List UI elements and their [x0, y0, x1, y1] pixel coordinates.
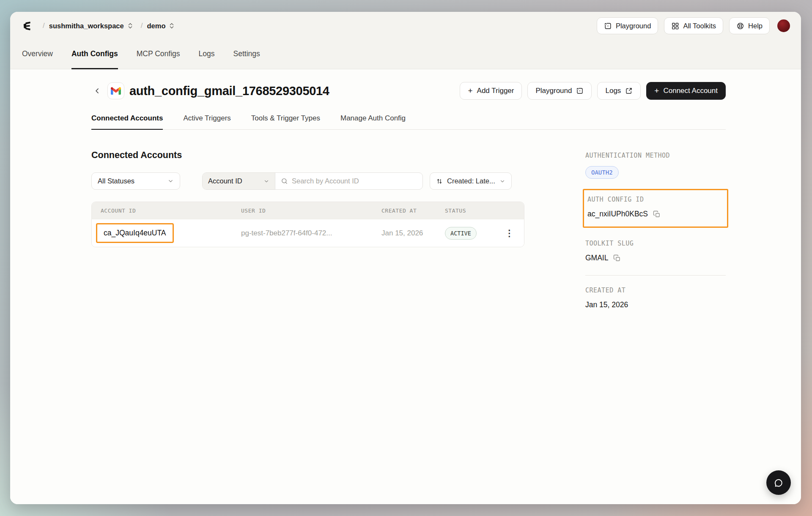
add-trigger-label: Add Trigger: [477, 87, 514, 95]
table-header: ACCOUNT ID USER ID CREATED AT STATUS: [92, 202, 524, 219]
plus-icon: +: [654, 86, 659, 96]
status-filter-value: All Statuses: [98, 177, 134, 185]
playground-button-label: Playground: [616, 22, 651, 30]
chat-bubble-icon: [773, 477, 784, 488]
filters-row: All Statuses Account ID: [91, 172, 524, 190]
breadcrumb-slash: /: [141, 22, 143, 30]
page-actions: + Add Trigger Playground: [460, 82, 726, 100]
subtab-tools-trigger-types[interactable]: Tools & Trigger Types: [251, 114, 320, 130]
breadcrumb-slash: /: [43, 22, 45, 30]
playground-icon: [604, 22, 612, 30]
account-id-highlighted[interactable]: ca_JQauIq4euUTA: [96, 223, 174, 243]
back-button[interactable]: [91, 85, 103, 97]
col-user-id: USER ID: [232, 207, 373, 214]
help-button[interactable]: Help: [729, 17, 770, 34]
connected-accounts-table: ACCOUNT ID USER ID CREATED AT STATUS ca_…: [91, 202, 524, 247]
auth-config-id-value: ac_nxiIUPh0KBcS: [587, 210, 648, 218]
chevron-down-icon: [167, 178, 174, 184]
logs-button[interactable]: Logs: [597, 82, 641, 100]
connect-account-label: Connect Account: [663, 87, 718, 95]
breadcrumb-workspace[interactable]: sushmitha_workspace: [49, 22, 124, 30]
details-panel: AUTHENTICATION METHOD OAUTH2 AUTH CONFIG…: [585, 150, 726, 309]
tab-mcp-configs[interactable]: MCP Configs: [137, 40, 180, 69]
search-category-value: Account ID: [208, 177, 242, 185]
copy-icon[interactable]: [613, 254, 621, 262]
table-row[interactable]: ca_JQauIq4euUTA pg-test-7beb277f-64f0-47…: [92, 219, 524, 247]
search-input[interactable]: [292, 177, 417, 185]
chevron-down-icon: [263, 178, 269, 184]
row-menu-kebab-icon[interactable]: ⋮: [505, 229, 524, 238]
search-box: Account ID: [202, 172, 423, 190]
header-actions: Playground All Toolkits: [597, 17, 790, 34]
status-filter-select[interactable]: All Statuses: [91, 172, 180, 190]
support-chat-button[interactable]: [766, 470, 791, 495]
subtab-connected-accounts[interactable]: Connected Accounts: [91, 114, 163, 130]
all-toolkits-button[interactable]: All Toolkits: [664, 17, 723, 34]
panel-created-at-label: CREATED AT: [585, 287, 726, 294]
grid-icon: [671, 22, 679, 30]
chevron-down-icon: [499, 178, 505, 184]
section-heading: Connected Accounts: [91, 150, 524, 161]
help-lifebuoy-icon: [736, 22, 744, 30]
panel-created-at-value: Jan 15, 2026: [585, 300, 628, 309]
connected-accounts-section: Connected Accounts All Statuses Account …: [91, 150, 524, 309]
sort-arrows-icon: [436, 178, 443, 185]
breadcrumb-project[interactable]: demo: [147, 22, 165, 30]
search-category-select[interactable]: Account ID: [203, 173, 275, 189]
toolkit-slug-label: TOOLKIT SLUG: [585, 240, 726, 247]
page-title-row: auth_config_gmail_1768529305014 + Add Tr…: [91, 82, 726, 100]
col-account-id: ACCOUNT ID: [92, 207, 232, 214]
panel-divider: [585, 275, 726, 276]
all-toolkits-button-label: All Toolkits: [683, 22, 716, 30]
playground-open-label: Playground: [535, 87, 572, 95]
search-icon: [281, 177, 288, 185]
copy-icon[interactable]: [653, 210, 661, 218]
sort-button[interactable]: Created: Late...: [430, 172, 512, 190]
tab-settings[interactable]: Settings: [233, 40, 260, 69]
page-title: auth_config_gmail_1768529305014: [129, 84, 329, 98]
playground-open-button[interactable]: Playground: [527, 82, 592, 100]
add-trigger-button[interactable]: + Add Trigger: [460, 82, 522, 100]
tab-overview[interactable]: Overview: [22, 40, 53, 69]
user-id-value: pg-test-7beb277f-64f0-472...: [232, 229, 373, 238]
user-avatar[interactable]: [777, 19, 790, 32]
col-created-at: CREATED AT: [373, 207, 436, 214]
tab-auth-configs[interactable]: Auth Configs: [71, 40, 118, 69]
project-switcher-icon[interactable]: [169, 22, 175, 29]
workspace-switcher-icon[interactable]: [127, 22, 133, 29]
status-badge: ACTIVE: [445, 227, 477, 240]
playground-icon: [576, 87, 584, 95]
app-header: / sushmitha_workspace / demo: [10, 12, 801, 69]
plus-icon: +: [468, 86, 472, 96]
external-link-icon: [625, 87, 633, 95]
app-window: / sushmitha_workspace / demo: [10, 12, 801, 504]
tab-logs[interactable]: Logs: [199, 40, 215, 69]
sort-value: Created: Late...: [447, 177, 495, 185]
logs-label: Logs: [605, 87, 621, 95]
subtab-active-triggers[interactable]: Active Triggers: [183, 114, 230, 130]
toolkit-slug-value: GMAIL: [585, 254, 608, 262]
top-bar: / sushmitha_workspace / demo: [10, 12, 801, 40]
auth-config-id-highlight-box: AUTH CONFIG ID ac_nxiIUPh0KBcS: [583, 189, 728, 228]
auth-config-id-label: AUTH CONFIG ID: [587, 196, 724, 203]
created-at-value: Jan 15, 2026: [373, 229, 436, 238]
playground-button[interactable]: Playground: [597, 17, 658, 34]
connect-account-button[interactable]: + Connect Account: [646, 82, 726, 100]
page-content: auth_config_gmail_1768529305014 + Add Tr…: [10, 69, 801, 504]
gmail-toolkit-icon: [107, 82, 124, 99]
help-button-label: Help: [748, 22, 763, 30]
detail-sub-tabs: Connected Accounts Active Triggers Tools…: [91, 114, 726, 130]
subtab-manage-auth-config[interactable]: Manage Auth Config: [340, 114, 406, 130]
composio-logo-icon[interactable]: [21, 20, 33, 32]
auth-method-label: AUTHENTICATION METHOD: [585, 152, 726, 159]
main-nav-tabs: Overview Auth Configs MCP Configs Logs S…: [10, 40, 801, 69]
col-status: STATUS: [436, 207, 499, 214]
auth-method-badge: OAUTH2: [585, 166, 619, 179]
